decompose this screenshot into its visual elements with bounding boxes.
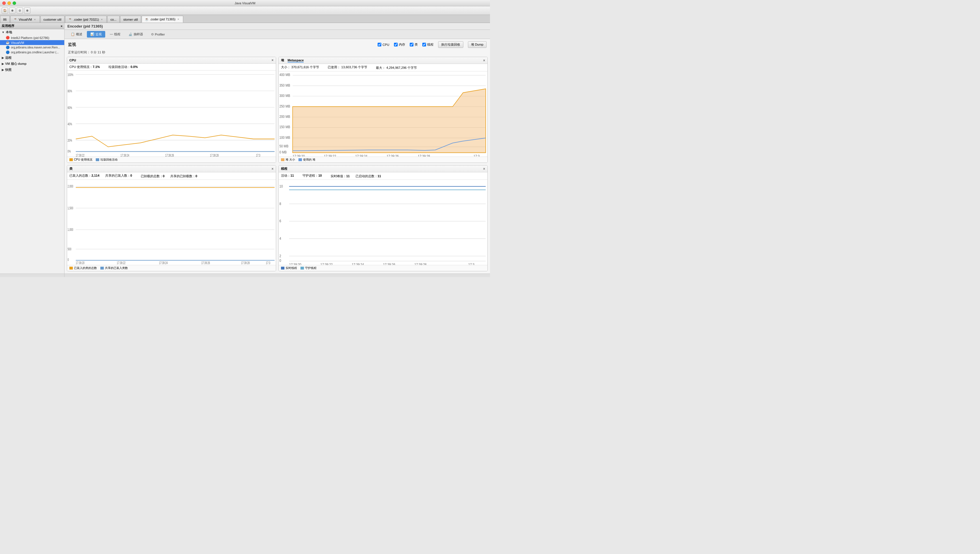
toolbar-btn-1[interactable]: 🏠	[2, 8, 8, 14]
tab-coder-70321[interactable]: ☕ .coder (pid 70321) ×	[65, 16, 107, 23]
heap-used-label: 已使用：	[328, 65, 340, 69]
class-shared-color	[100, 267, 104, 269]
svg-text:8: 8	[279, 202, 281, 205]
sidebar-header-label: 应用程序	[2, 24, 14, 28]
heap-max-label: 最大：	[376, 66, 385, 69]
tab-coder-71365-close[interactable]: ×	[177, 18, 180, 21]
traffic-lights	[2, 2, 16, 5]
thread-panel-close[interactable]: ×	[483, 167, 485, 171]
main-layout: 应用程序 × ▼ 本地 🔴 IntelliJ Platform (pid 627…	[0, 23, 490, 277]
thread-legend-daemon: 守护线程	[301, 266, 317, 270]
svg-text:2: 2	[279, 254, 281, 258]
sidebar-item-visualvm[interactable]: ☕ VisualVM	[0, 40, 64, 45]
tab-coder-70321-close[interactable]: ×	[100, 18, 103, 21]
minimize-button[interactable]	[8, 2, 11, 5]
svg-text:17:39:26: 17:39:26	[201, 261, 210, 265]
monitor-area: 监视 CPU 内存 类 线程	[65, 39, 490, 274]
cpu-panel-header: CPU ×	[67, 57, 276, 64]
maximize-button[interactable]	[13, 2, 16, 5]
cpu-usage-color	[69, 158, 73, 161]
thread-live-legend-label: 实时线程	[286, 266, 297, 270]
checkbox-memory-input[interactable]	[394, 43, 398, 46]
thread-daemon-legend-label: 守护线程	[305, 266, 317, 270]
thread-total-label: 已启动的总数：11	[356, 174, 381, 178]
sub-tab-sampler[interactable]: 🔬 抽样器	[125, 31, 146, 38]
heap-size-value: 370,671,616 个字节	[291, 65, 319, 69]
sub-tab-threads[interactable]: 〰 线程	[107, 31, 124, 38]
sub-tab-monitor-label: 监视	[95, 32, 102, 37]
heap-dump-button[interactable]: 堆 Dump	[468, 41, 487, 48]
uptime: 正常运行时间： 0 分 11 秒	[67, 50, 488, 54]
checkbox-memory[interactable]: 内存	[394, 43, 405, 47]
tab-co-label: co...	[110, 18, 116, 21]
checkbox-thread-input[interactable]	[422, 43, 426, 46]
svg-text:1,500: 1,500	[68, 206, 73, 210]
checkbox-class-input[interactable]	[410, 43, 414, 46]
sidebar-scrollbar[interactable]	[0, 274, 64, 277]
class-panel: 类 × 已装入的总数：2,114 共享的已装入数：0 已卸载的总数：0 共享的已…	[67, 165, 276, 271]
class-shared-legend-label: 共享的已装入类数	[105, 266, 128, 270]
checkbox-class[interactable]: 类	[410, 43, 418, 47]
tab-customer-util[interactable]: customer util	[40, 16, 65, 23]
class-total-label: 已装入的总数：2,114	[69, 174, 100, 178]
tab-coder-71365-icon: ☕	[145, 18, 149, 21]
sub-tab-overview[interactable]: 📋 概述	[67, 31, 86, 38]
sub-tab-monitor-icon: 📊	[90, 32, 94, 36]
svg-text:100 MB: 100 MB	[279, 135, 290, 139]
sidebar-section-remote[interactable]: ▶ 远程	[0, 55, 64, 61]
svg-text:17:39:22: 17:39:22	[117, 261, 126, 265]
sub-tab-monitor[interactable]: 📊 监视	[87, 31, 105, 38]
svg-text:17:39:24: 17:39:24	[355, 154, 368, 156]
sidebar-header-close[interactable]: ×	[61, 24, 62, 28]
sidebar-section-snapshot-label: 快照	[5, 68, 11, 72]
heap-panel-tab-metaspace[interactable]: Metaspace	[288, 59, 304, 62]
checkbox-cpu[interactable]: CPU	[378, 43, 389, 46]
class-panel-close[interactable]: ×	[272, 167, 274, 171]
tab-86[interactable]: 86	[0, 16, 10, 23]
svg-text:10: 10	[279, 185, 283, 188]
sidebar-item-maven[interactable]: 🔵 org.jetbrains.idea.maven.server.Rem...	[0, 45, 64, 50]
content-scrollbar[interactable]	[65, 274, 490, 277]
class-shared-unloaded-label: 共享的已卸载数：0	[170, 174, 197, 178]
sidebar-section-snapshot[interactable]: ▶ 快照	[0, 67, 64, 73]
heap-panel-title: 堆	[281, 58, 284, 62]
sidebar-section-local[interactable]: ▼ 本地	[0, 29, 64, 35]
thread-legend: 实时线程 守护线程	[279, 265, 487, 271]
heap-legend-size: 堆 大小	[281, 158, 295, 162]
sub-tab-profiler[interactable]: ⊙ Profiler	[148, 31, 168, 37]
sub-toolbar: 📋 概述 📊 监视 〰 线程 🔬 抽样器 ⊙ Profiler	[65, 30, 490, 39]
sidebar-item-visualvm-icon: ☕	[6, 41, 10, 45]
toolbar-btn-4[interactable]: ⊛	[24, 8, 30, 14]
sidebar-item-jps[interactable]: 🔵 org.jetbrains.jps.cmdline.Launcher (..…	[0, 50, 64, 55]
sub-tab-threads-label: 线程	[114, 32, 121, 37]
heap-used-legend-label: 使用的 堆	[303, 158, 315, 162]
tab-coder-70321-label: .coder (pid 70321)	[73, 18, 99, 21]
tab-visualvm-close[interactable]: ×	[33, 18, 37, 21]
svg-text:4: 4	[279, 237, 281, 240]
svg-text:17:39:26: 17:39:26	[383, 263, 395, 265]
checkbox-cpu-input[interactable]	[378, 43, 381, 46]
toolbar-btn-2[interactable]: ⊕	[9, 8, 16, 14]
tab-coder-71365[interactable]: ☕ .coder (pid 71365) ×	[142, 16, 183, 23]
sidebar-section-vm-dump[interactable]: ▶ VM 核心 dump	[0, 61, 64, 67]
sidebar-item-intellij[interactable]: 🔴 IntelliJ Platform (pid 62786)	[0, 35, 64, 40]
svg-text:0: 0	[279, 259, 281, 263]
svg-text:0: 0	[68, 258, 69, 262]
toolbar-btn-3[interactable]: ⊙	[17, 8, 23, 14]
close-button[interactable]	[2, 2, 6, 5]
page-title: Encoder (pid 71365)	[67, 24, 103, 29]
checkbox-thread[interactable]: 线程	[422, 43, 434, 47]
title-bar: Java VisualVM	[0, 0, 490, 6]
tab-stomer-util[interactable]: stomer util	[120, 16, 141, 23]
heap-size-legend-label: 堆 大小	[286, 158, 295, 162]
class-total-color	[69, 267, 73, 269]
cpu-panel-close[interactable]: ×	[272, 58, 274, 62]
sidebar-item-maven-icon: 🔵	[6, 46, 10, 49]
thread-peak-label: 实时峰值：11	[331, 174, 350, 178]
heap-panel-close[interactable]: ×	[483, 59, 485, 62]
tab-visualvm[interactable]: ☕ VisualVM ×	[10, 16, 40, 23]
class-chart-svg: 2,000 1,500 1,000 500 0	[67, 180, 276, 265]
gc-button[interactable]: 执行垃圾回收	[438, 41, 463, 48]
svg-text:17:39:20: 17:39:20	[293, 154, 305, 156]
tab-co[interactable]: co...	[107, 16, 119, 23]
